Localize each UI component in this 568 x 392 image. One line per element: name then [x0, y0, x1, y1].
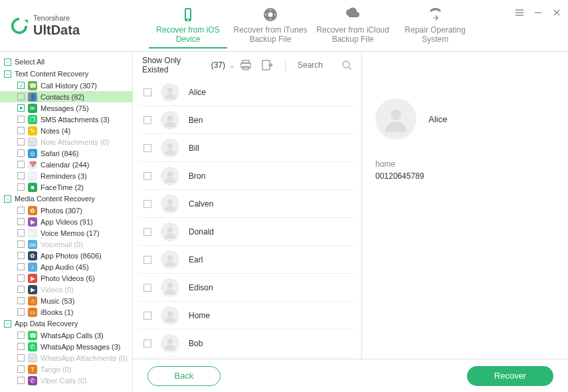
- sidebar-section-2[interactable]: −App Data Recovery: [0, 318, 132, 330]
- close-button[interactable]: [551, 7, 563, 19]
- contact-row[interactable]: Bron: [140, 162, 355, 190]
- sidebar-section-0[interactable]: −Text Content Recovery: [0, 68, 132, 80]
- checkbox[interactable]: [17, 229, 25, 237]
- checkbox[interactable]: [17, 82, 25, 89]
- sidebar-item[interactable]: ✿Photos (307): [0, 205, 132, 216]
- sidebar-item[interactable]: 👤Contacts (82): [0, 91, 132, 102]
- checkbox[interactable]: [17, 263, 25, 270]
- print-icon[interactable]: [240, 59, 252, 71]
- sidebar-item[interactable]: 📅Calendar (244): [0, 159, 132, 170]
- checkbox[interactable]: [17, 116, 25, 123]
- sidebar-item[interactable]: ▶Photo Videos (6): [0, 272, 132, 284]
- checkbox[interactable]: [17, 93, 25, 100]
- checkbox[interactable]: [143, 88, 151, 96]
- sidebar-item[interactable]: ✉Messages (75): [0, 102, 132, 114]
- contact-row[interactable]: Earl: [140, 246, 355, 274]
- menu-icon[interactable]: [514, 7, 525, 19]
- brand-text: Tenorshare: [33, 14, 80, 22]
- checkbox[interactable]: [17, 377, 25, 384]
- contact-row[interactable]: Calven: [140, 190, 355, 218]
- svg-point-20: [391, 110, 401, 120]
- checkbox[interactable]: [17, 241, 25, 248]
- detail-field-value: 00120645789: [375, 171, 555, 181]
- sidebar-item[interactable]: ♫Music (53): [0, 295, 132, 306]
- checkbox[interactable]: [17, 365, 25, 373]
- search-icon[interactable]: [341, 60, 352, 70]
- header-tab-2[interactable]: Recover from iCloud Backup File: [314, 4, 392, 48]
- checkbox[interactable]: [17, 104, 25, 112]
- contact-row[interactable]: Bob: [140, 330, 355, 357]
- checkbox[interactable]: [17, 218, 25, 225]
- header-tab-3[interactable]: Repair Operating System: [396, 4, 474, 48]
- sidebar-item[interactable]: ▭iBooks (1): [0, 306, 132, 318]
- checkbox[interactable]: [17, 297, 25, 304]
- category-icon: 📅: [28, 160, 37, 169]
- checkbox[interactable]: [17, 332, 25, 339]
- checkbox[interactable]: [143, 284, 151, 292]
- recover-button[interactable]: Recover: [467, 366, 553, 386]
- checkbox[interactable]: [17, 138, 25, 146]
- checkbox[interactable]: [17, 127, 25, 134]
- contact-row[interactable]: Donald: [140, 218, 355, 246]
- checkbox[interactable]: [17, 252, 25, 259]
- sidebar-item[interactable]: ✿App Photos (8606): [0, 250, 132, 261]
- svg-point-15: [167, 227, 173, 233]
- sidebar-item[interactable]: ☰Reminders (3): [0, 170, 132, 181]
- checkbox[interactable]: [143, 340, 151, 347]
- checkbox[interactable]: [143, 200, 151, 208]
- checkbox[interactable]: [143, 172, 151, 180]
- sidebar-item[interactable]: ❐SMS Attachments (3): [0, 114, 132, 125]
- logo: Tenorshare UltData: [9, 14, 142, 37]
- checkbox[interactable]: [17, 308, 25, 316]
- select-all[interactable]: −Select All: [0, 56, 132, 68]
- contact-row[interactable]: Bill: [140, 134, 355, 162]
- sidebar-item[interactable]: ☎WhatsApp Calls (3): [0, 330, 132, 341]
- avatar-icon: [161, 83, 179, 102]
- sidebar-item[interactable]: ılıVoice Memos (17): [0, 227, 132, 239]
- contact-list[interactable]: AliceBenBillBronCalvenDonaldEarlEdisonHo…: [133, 78, 361, 392]
- checkbox[interactable]: [17, 183, 25, 191]
- sidebar-item[interactable]: ☎Call History (307): [0, 80, 132, 91]
- checkbox[interactable]: [17, 207, 25, 214]
- contact-name: Edison: [189, 283, 213, 292]
- checkbox[interactable]: [17, 354, 25, 361]
- checkbox[interactable]: [17, 149, 25, 157]
- checkbox[interactable]: [143, 116, 151, 124]
- checkbox[interactable]: [143, 312, 151, 320]
- search-box[interactable]: [298, 60, 352, 70]
- category-icon: ✿: [28, 251, 37, 260]
- checkbox[interactable]: [17, 343, 25, 350]
- sidebar-item[interactable]: ✆WhatsApp Messages (3): [0, 341, 132, 352]
- category-icon: ❐: [28, 353, 37, 363]
- contact-row[interactable]: Alice: [140, 78, 355, 106]
- checkbox[interactable]: [17, 286, 25, 293]
- search-input[interactable]: [298, 60, 337, 70]
- header-tab-1[interactable]: Recover from iTunes Backup File: [231, 4, 310, 48]
- sidebar-item[interactable]: ✎Notes (4): [0, 125, 132, 136]
- checkbox[interactable]: [17, 274, 25, 282]
- sidebar[interactable]: −Select All−Text Content Recovery☎Call H…: [0, 52, 133, 392]
- checkbox[interactable]: [143, 144, 151, 152]
- sidebar-item[interactable]: ♪App Audio (45): [0, 261, 132, 272]
- back-button[interactable]: Back: [147, 366, 221, 386]
- sidebar-item[interactable]: ■FaceTime (2): [0, 181, 132, 193]
- export-icon[interactable]: [261, 59, 273, 71]
- category-icon: T: [28, 365, 37, 374]
- collapse-icon: −: [4, 320, 11, 328]
- contact-row[interactable]: Ben: [140, 106, 355, 134]
- contact-name: Bob: [189, 339, 203, 348]
- checkbox[interactable]: [17, 172, 25, 179]
- sidebar-item[interactable]: ◎Safari (846): [0, 147, 132, 159]
- sidebar-item[interactable]: ▶App Videos (91): [0, 216, 132, 227]
- checkbox[interactable]: [17, 161, 25, 168]
- checkbox[interactable]: [143, 256, 151, 264]
- minimize-button[interactable]: [532, 7, 544, 19]
- contact-row[interactable]: Edison: [140, 274, 355, 302]
- svg-point-12: [167, 144, 173, 149]
- svg-point-19: [167, 339, 173, 344]
- header-tab-0[interactable]: Recover from iOS Device: [149, 4, 227, 48]
- checkbox[interactable]: [143, 228, 151, 236]
- contact-row[interactable]: Home: [140, 302, 355, 330]
- sidebar-section-1[interactable]: −Media Content Recovery: [0, 193, 132, 205]
- filter-dropdown[interactable]: Show Only Existed (37) ⌄: [142, 56, 235, 74]
